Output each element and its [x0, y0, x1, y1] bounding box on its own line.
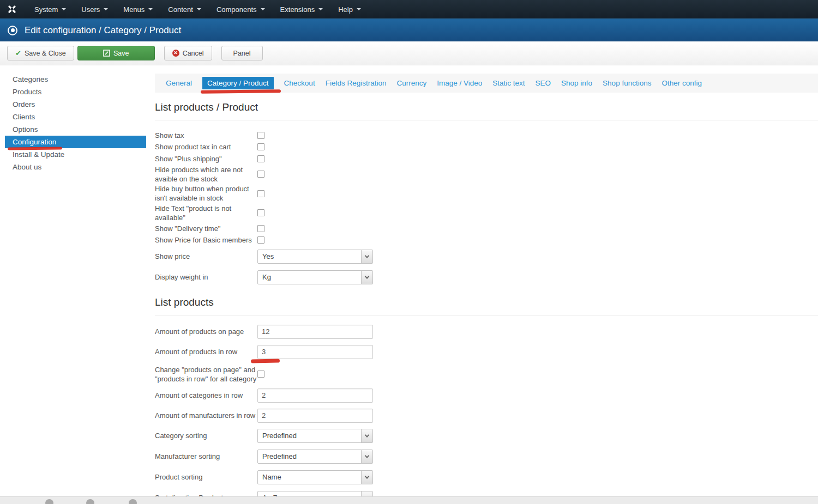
save-close-button[interactable]: ✔ Save & Close: [7, 46, 74, 60]
sidebar-item-configuration[interactable]: Configuration: [5, 136, 146, 148]
category-sorting-select[interactable]: Predefined: [257, 429, 373, 443]
field-label: Show product tax in cart: [155, 142, 257, 151]
field-label: Product sorting: [155, 472, 257, 482]
menu-users[interactable]: Users: [74, 0, 116, 19]
products-in-row-input[interactable]: [257, 345, 373, 359]
show-price-select[interactable]: Yes: [257, 250, 373, 264]
field-label: Hide Text "product is not available": [155, 204, 257, 222]
field-label: Hide products which are not avaible on t…: [155, 165, 257, 184]
sidebar-item-orders[interactable]: Orders: [5, 98, 146, 111]
panel-button[interactable]: Panel: [221, 46, 263, 60]
section-title-list-products: List products: [155, 296, 818, 315]
hide-text-checkbox[interactable]: [257, 209, 264, 216]
footer-strip: [0, 496, 818, 504]
content-panel: General Category / Product Checkout Fiel…: [155, 65, 818, 504]
manufacturers-in-row-input[interactable]: [257, 409, 373, 423]
form-list-products: Amount of products on page Amount of pro…: [155, 325, 818, 504]
field-label: Amount of manufacturers in row: [155, 411, 257, 420]
tab-other-config[interactable]: Other config: [661, 77, 702, 89]
admin-menubar: System Users Menus Content Components Ex…: [0, 0, 818, 19]
menu-extensions[interactable]: Extensions: [273, 0, 331, 19]
display-weight-select[interactable]: Kg: [257, 270, 373, 284]
chevron-down-icon: [361, 271, 372, 284]
menu-components[interactable]: Components: [209, 0, 273, 19]
cancel-button[interactable]: ✕ Cancel: [164, 46, 212, 60]
chevron-down-icon: [361, 250, 372, 263]
field-label: Show price: [155, 252, 257, 261]
field-label: Amount of products in row: [155, 347, 257, 356]
field-label: Manufacturer sorting: [155, 452, 257, 461]
config-tabs: General Category / Product Checkout Fiel…: [155, 74, 818, 93]
sidebar-item-options[interactable]: Options: [5, 123, 146, 136]
field-label: Category sorting: [155, 431, 257, 440]
page-title: Edit configuration / Category / Product: [25, 25, 181, 36]
section-title-list-products-product: List products / Product: [155, 101, 818, 120]
target-circle-icon: [8, 26, 17, 35]
field-label: Show "Delivery time": [155, 224, 257, 233]
chevron-down-icon: [361, 429, 372, 442]
menu-content[interactable]: Content: [160, 0, 209, 19]
chevron-down-icon: [361, 471, 372, 484]
field-label: Change "products on page" and "products …: [155, 365, 257, 384]
chevron-down-icon: [62, 8, 66, 10]
check-icon: ✔: [15, 50, 21, 57]
products-on-page-input[interactable]: [257, 325, 373, 339]
cancel-icon: ✕: [172, 50, 179, 57]
show-tax-checkbox[interactable]: [257, 132, 264, 139]
menu-system[interactable]: System: [27, 0, 74, 19]
main-area: Categories Products Orders Clients Optio…: [0, 65, 818, 504]
tab-checkout[interactable]: Checkout: [284, 77, 315, 89]
field-label: Hide buy button when product isn't avail…: [155, 184, 257, 203]
tab-category-product[interactable]: Category / Product: [202, 77, 274, 89]
chevron-down-icon: [261, 8, 265, 10]
red-underline-annotation: [251, 359, 280, 363]
sidebar-item-categories[interactable]: Categories: [5, 73, 146, 86]
field-label: Show tax: [155, 131, 257, 140]
plus-shipping-checkbox[interactable]: [257, 155, 264, 162]
tab-static-text[interactable]: Static text: [492, 77, 525, 89]
tab-general[interactable]: General: [166, 77, 192, 89]
chevron-down-icon: [357, 8, 361, 10]
chevron-down-icon: [318, 8, 323, 10]
delivery-time-checkbox[interactable]: [257, 225, 264, 232]
tab-shop-info[interactable]: Shop info: [561, 77, 592, 89]
sidebar-item-clients[interactable]: Clients: [5, 111, 146, 123]
save-edit-icon: [103, 50, 110, 57]
toolbar: ✔ Save & Close Save ✕ Cancel Panel: [0, 41, 818, 65]
save-button[interactable]: Save: [77, 46, 155, 60]
sidebar-item-install-update[interactable]: Install & Update: [5, 148, 146, 161]
tab-image-video[interactable]: Image / Video: [437, 77, 482, 89]
form-list-products-product: Show tax Show product tax in cart Show "…: [155, 130, 818, 284]
menu-menus[interactable]: Menus: [116, 0, 160, 19]
categories-in-row-input[interactable]: [257, 388, 373, 403]
field-label: Display weight in: [155, 272, 257, 282]
chevron-down-icon: [197, 8, 201, 10]
menu-help[interactable]: Help: [330, 0, 369, 19]
footer-icon: [129, 499, 137, 504]
show-product-tax-checkbox[interactable]: [257, 143, 264, 150]
field-label: Show "Plus shipping": [155, 154, 257, 163]
sidebar-item-products[interactable]: Products: [5, 86, 146, 98]
hide-products-checkbox[interactable]: [257, 171, 264, 178]
tab-seo[interactable]: SEO: [536, 77, 551, 89]
footer-icon: [86, 499, 94, 504]
product-sorting-select[interactable]: Name: [257, 470, 373, 484]
change-all-category-checkbox[interactable]: [257, 371, 264, 378]
joomla-logo-icon: [0, 4, 27, 14]
red-underline-annotation: [201, 89, 281, 94]
tab-fields-registration[interactable]: Fields Registration: [326, 77, 387, 89]
tab-currency[interactable]: Currency: [396, 77, 426, 89]
manufacturer-sorting-select[interactable]: Predefined: [257, 450, 373, 464]
chevron-down-icon: [361, 450, 372, 463]
chevron-down-icon: [148, 8, 153, 10]
sidebar-item-about-us[interactable]: About us: [5, 161, 146, 173]
field-label: Amount of categories in row: [155, 391, 257, 400]
sidebar: Categories Products Orders Clients Optio…: [0, 65, 155, 504]
tab-shop-functions[interactable]: Shop functions: [603, 77, 651, 89]
footer-icon: [45, 499, 53, 504]
hide-buy-button-checkbox[interactable]: [257, 190, 264, 197]
field-label: Amount of products on page: [155, 327, 257, 336]
chevron-down-icon: [104, 8, 108, 10]
price-basic-members-checkbox[interactable]: [257, 236, 264, 244]
field-label: Show Price for Basic members: [155, 235, 257, 245]
